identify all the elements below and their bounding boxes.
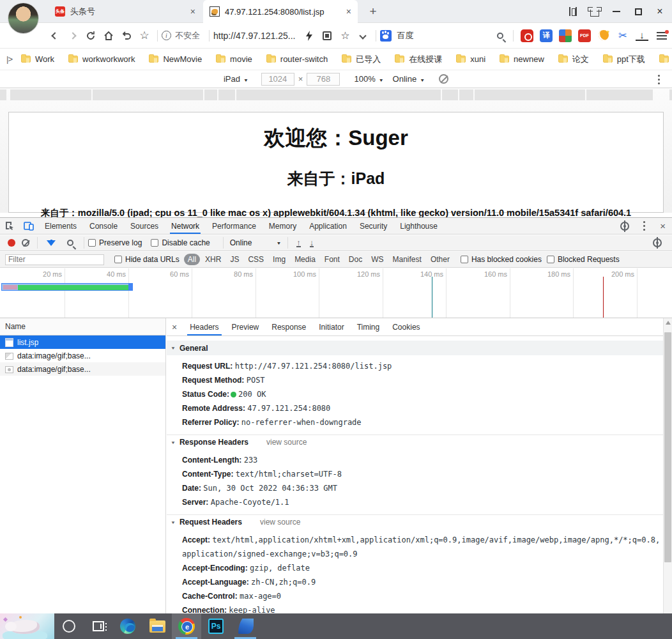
- device-toolbar-more-icon[interactable]: [658, 74, 660, 81]
- extension-video-icon[interactable]: [521, 29, 533, 42]
- minimize-button[interactable]: [606, 0, 627, 23]
- import-har-icon[interactable]: ↑: [296, 239, 301, 247]
- bookmark-folder-movie[interactable]: movie: [216, 54, 252, 64]
- detail-tab-preview[interactable]: Preview: [225, 318, 266, 335]
- extension-pdf-icon[interactable]: PDF: [578, 29, 591, 42]
- request-list-column-header[interactable]: Name: [0, 318, 165, 335]
- filter-input[interactable]: [5, 254, 104, 265]
- bookmark-folder-online-class[interactable]: 在线授课: [395, 54, 442, 65]
- undo-button[interactable]: [118, 27, 135, 45]
- request-row-dataimage-2[interactable]: data:image/gif;base...: [0, 362, 165, 376]
- device-select[interactable]: iPad▼: [224, 74, 248, 84]
- filter-pill-xhr[interactable]: XHR: [201, 254, 225, 265]
- filter-pill-doc[interactable]: Doc: [345, 254, 366, 265]
- detail-tab-cookies[interactable]: Cookies: [386, 318, 426, 335]
- search-network-icon[interactable]: [61, 235, 80, 251]
- bookmark-folder-imported[interactable]: 已导入: [342, 54, 381, 65]
- maximize-button[interactable]: [627, 0, 649, 23]
- disable-cache-checkbox[interactable]: [151, 239, 158, 247]
- viewport-height-input[interactable]: 768: [307, 73, 340, 86]
- back-button[interactable]: [46, 27, 64, 45]
- request-row-dataimage-1[interactable]: data:image/gif;base...: [0, 349, 165, 362]
- request-row-listjsp[interactable]: list.jsp: [0, 335, 165, 349]
- split-screen-icon[interactable]: [562, 0, 584, 23]
- filter-funnel-icon[interactable]: [47, 240, 56, 246]
- section-response-headers[interactable]: ▼ Response Headers view source: [167, 435, 663, 449]
- page-info-icon[interactable]: i: [162, 31, 171, 40]
- network-throttle-select[interactable]: Online▼: [393, 74, 425, 84]
- view-source-link[interactable]: view source: [260, 518, 300, 527]
- devtools-tab-elements[interactable]: Elements: [38, 218, 83, 234]
- devtools-tab-application[interactable]: Application: [303, 218, 353, 234]
- bookmark-folder-ppt-download[interactable]: ppt下载: [603, 54, 645, 65]
- devtools-tab-console[interactable]: Console: [83, 218, 124, 234]
- reload-button[interactable]: [82, 27, 100, 45]
- new-tab-button[interactable]: +: [364, 3, 382, 20]
- devtools-tab-sources[interactable]: Sources: [124, 218, 165, 234]
- tab-close-icon[interactable]: ×: [337, 6, 351, 17]
- devtools-more-icon[interactable]: [634, 218, 653, 234]
- scrollbar-thumb[interactable]: [664, 332, 671, 562]
- device-toggle-icon[interactable]: [19, 218, 38, 234]
- zoom-select[interactable]: 100%▼: [354, 74, 383, 84]
- filter-pill-css[interactable]: CSS: [244, 254, 268, 265]
- devtools-close-icon[interactable]: ×: [653, 220, 672, 231]
- menu-hamburger-icon[interactable]: [657, 32, 667, 40]
- sidebar-toggle-icon[interactable]: |>: [6, 54, 12, 64]
- detail-tab-timing[interactable]: Timing: [351, 318, 386, 335]
- bookmark-folder-thesis[interactable]: 论文: [558, 54, 589, 65]
- throttling-select[interactable]: Online▼: [230, 238, 282, 247]
- taskbar-chrome-browser-icon[interactable]: [172, 613, 201, 639]
- blocked-requests-checkbox[interactable]: [547, 256, 554, 263]
- download-icon[interactable]: ↓: [636, 30, 648, 41]
- chevron-down-icon[interactable]: [354, 27, 372, 45]
- screenshot-scissors-icon[interactable]: ✂: [616, 29, 629, 42]
- network-settings-gear-icon[interactable]: [648, 235, 667, 251]
- security-label[interactable]: 不安全: [175, 30, 200, 42]
- home-button[interactable]: [100, 27, 118, 45]
- browser-tab-listjsp[interactable]: 47.97.121.254:8080/list.jsp ×: [203, 0, 358, 23]
- no-throttling-icon[interactable]: [439, 74, 448, 84]
- cortana-search-icon[interactable]: [54, 613, 84, 639]
- section-request-headers[interactable]: ▼ Request Headers view source: [167, 514, 663, 529]
- taskbar-file-explorer-icon[interactable]: [142, 613, 172, 639]
- bookmark-folder-router-switch[interactable]: router-switch: [266, 54, 328, 64]
- filter-pill-all[interactable]: All: [184, 254, 200, 265]
- hide-data-urls-checkbox[interactable]: [114, 256, 122, 263]
- detail-tab-headers[interactable]: Headers: [183, 318, 225, 335]
- filter-pill-js[interactable]: JS: [226, 254, 243, 265]
- bookmark-folder-workworkwork[interactable]: workworkwork: [68, 54, 135, 64]
- lightning-icon[interactable]: [300, 27, 318, 45]
- bookmark-folder-contest[interactable]: 竞赛: [659, 54, 672, 65]
- devtools-tab-performance[interactable]: Performance: [206, 218, 263, 234]
- taskbar-photoshop-icon[interactable]: Ps: [201, 613, 231, 639]
- browser-tab-toutiao[interactable]: 头条 头条号 ×: [49, 0, 202, 23]
- clear-network-log-icon[interactable]: [22, 239, 29, 247]
- section-general[interactable]: ▼ General: [167, 341, 663, 355]
- bookmark-star-icon[interactable]: ☆: [336, 27, 354, 45]
- address-url[interactable]: http://47.97.121.25...: [213, 31, 295, 41]
- filter-pill-other[interactable]: Other: [427, 254, 454, 265]
- filter-pill-ws[interactable]: WS: [367, 254, 387, 265]
- bookmark-folder-newnew[interactable]: newnew: [500, 54, 544, 64]
- filter-pill-manifest[interactable]: Manifest: [389, 254, 425, 265]
- devtools-tab-lighthouse[interactable]: Lighthouse: [393, 218, 444, 234]
- detail-tab-response[interactable]: Response: [265, 318, 312, 335]
- extension-grid-icon[interactable]: [559, 29, 572, 42]
- forward-button[interactable]: [64, 27, 82, 45]
- inspect-element-icon[interactable]: [0, 218, 19, 234]
- filter-pill-media[interactable]: Media: [291, 254, 319, 265]
- extension-translate-icon[interactable]: 译: [540, 29, 553, 42]
- search-box[interactable]: 百度: [380, 27, 491, 45]
- export-har-icon[interactable]: ↓: [310, 239, 314, 247]
- detail-close-icon[interactable]: ×: [167, 322, 183, 332]
- search-icon[interactable]: [491, 27, 509, 45]
- theme-skin-icon[interactable]: [584, 0, 606, 23]
- task-view-icon[interactable]: [84, 613, 113, 639]
- filter-pill-font[interactable]: Font: [321, 254, 344, 265]
- detail-tab-initiator[interactable]: Initiator: [312, 318, 350, 335]
- user-avatar[interactable]: [8, 3, 38, 33]
- qr-scan-icon[interactable]: [318, 27, 336, 45]
- view-source-link[interactable]: view source: [266, 438, 307, 447]
- taskbar-wireshark-icon[interactable]: [231, 613, 260, 639]
